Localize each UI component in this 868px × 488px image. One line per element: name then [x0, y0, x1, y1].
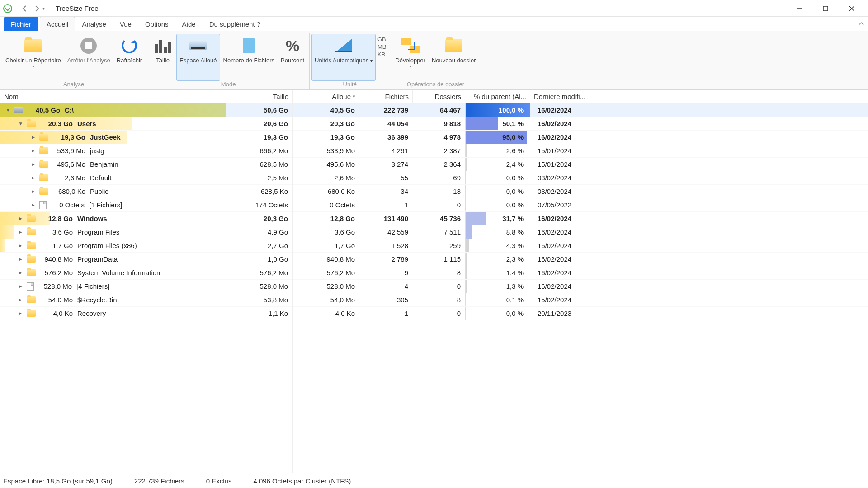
unit-auto-button[interactable]: Unités Automatiques ▾: [311, 34, 376, 81]
row-date: 16/02/2024: [530, 253, 598, 266]
chevron-right-icon[interactable]: ▸: [18, 310, 24, 316]
tree-row[interactable]: ▸576,2 MoSystem Volume Information576,2 …: [0, 266, 868, 280]
menu-tab-analyse[interactable]: Analyse: [75, 17, 113, 31]
header-percent[interactable]: % du parent (Al...: [465, 90, 530, 103]
back-button[interactable]: [19, 3, 31, 14]
row-alloc: 4,0 Ko: [292, 307, 359, 320]
unit-mb[interactable]: MB: [377, 43, 387, 50]
chevron-right-icon[interactable]: ▸: [30, 161, 37, 167]
choose-directory-button[interactable]: Choisir un Répertoire ▾: [2, 34, 64, 81]
tree-row[interactable]: ▸3,6 GoProgram Files4,9 Go3,6 Go42 5597 …: [0, 225, 868, 239]
row-folders: 1 115: [413, 253, 465, 266]
drive-icon: [189, 41, 207, 50]
mode-size-button[interactable]: Taille: [149, 34, 176, 81]
row-files: 1: [359, 307, 413, 320]
folder-icon: [39, 147, 48, 154]
row-files: 131 490: [359, 212, 413, 225]
chevron-right-icon[interactable]: ▸: [30, 148, 37, 154]
tree-row[interactable]: ▸680,0 KoPublic628,5 Ko680,0 Ko34130,0 %…: [0, 185, 868, 198]
maximize-button[interactable]: [812, 0, 839, 17]
menu-tab-aide[interactable]: Aide: [175, 17, 203, 31]
ribbon-collapse-icon[interactable]: [855, 17, 868, 31]
refresh-icon: [122, 38, 137, 53]
chevron-right-icon[interactable]: ▸: [18, 229, 24, 235]
refresh-button[interactable]: Rafraîchir: [113, 34, 145, 81]
tree-grid[interactable]: ▾40,5 GoC:\50,6 Go40,5 Go222 73964 46710…: [0, 103, 868, 320]
row-size-label: 19,3 Go: [51, 133, 85, 141]
unit-gb[interactable]: GB: [377, 36, 387, 42]
mode-allocated-button[interactable]: Espace Alloué: [176, 34, 220, 81]
row-alloc: 0 Octets: [292, 198, 359, 211]
close-button[interactable]: [839, 0, 865, 17]
menu-file[interactable]: Fichier: [4, 17, 38, 31]
chevron-right-icon[interactable]: ▸: [18, 243, 24, 249]
chevron-right-icon[interactable]: ▸: [18, 256, 24, 262]
header-name[interactable]: Nom: [0, 90, 226, 103]
row-folders: 9 818: [413, 117, 465, 130]
menu-tab-options[interactable]: Options: [138, 17, 175, 31]
tree-row[interactable]: ▸0 Octets[1 Fichiers]174 Octets0 Octets1…: [0, 198, 868, 212]
tree-row[interactable]: ▸533,9 Mojustg666,2 Mo533,9 Mo4 2912 387…: [0, 144, 868, 158]
folder-icon: [39, 174, 48, 181]
header-alloc[interactable]: Alloué▾: [292, 90, 359, 103]
row-alloc: 680,0 Ko: [292, 185, 359, 198]
menu-tab-supp[interactable]: Du supplément ?: [203, 17, 267, 31]
row-folders: 64 467: [413, 103, 465, 117]
tree-row[interactable]: ▸940,8 MoProgramData1,0 Go940,8 Mo2 7891…: [0, 253, 868, 266]
header-folders[interactable]: Dossiers: [413, 90, 465, 103]
row-size: 628,5 Mo: [226, 158, 292, 171]
row-percent: 2,4 %: [465, 158, 530, 171]
tree-row[interactable]: ▸495,6 MoBenjamin628,5 Mo495,6 Mo3 2742 …: [0, 158, 868, 171]
chevron-right-icon[interactable]: ▸: [18, 283, 24, 289]
tree-row[interactable]: ▸54,0 Mo$Recycle.Bin53,8 Mo54,0 Mo30580,…: [0, 293, 868, 307]
chevron-right-icon[interactable]: ▸: [30, 134, 37, 140]
status-files: 222 739 Fichiers: [134, 477, 184, 485]
new-folder-button[interactable]: Nouveau dossier: [429, 34, 479, 81]
tree-row[interactable]: ▸528,0 Mo[4 Fichiers]528,0 Mo528,0 Mo401…: [0, 280, 868, 293]
row-percent: 8,8 %: [465, 225, 530, 239]
menu-tab-vue[interactable]: Vue: [113, 17, 138, 31]
folder-icon: [27, 120, 36, 127]
chevron-right-icon[interactable]: ▸: [30, 175, 37, 181]
row-name: Users: [77, 120, 96, 127]
chevron-down-icon[interactable]: ▾: [5, 107, 11, 113]
unit-kb[interactable]: KB: [377, 51, 387, 58]
tree-row[interactable]: ▾20,3 GoUsers20,6 Go20,3 Go44 0549 81850…: [0, 117, 868, 131]
chevron-right-icon[interactable]: ▸: [30, 188, 37, 194]
stop-analysis-button[interactable]: Arrêter l'Analyse: [64, 34, 113, 81]
minimize-button[interactable]: [786, 0, 812, 17]
tree-row[interactable]: ▾40,5 GoC:\50,6 Go40,5 Go222 73964 46710…: [0, 103, 868, 117]
menu-tab-accueil[interactable]: Accueil: [40, 17, 75, 31]
row-size-label: 576,2 Mo: [38, 269, 73, 277]
row-files: 4: [359, 280, 413, 293]
chevron-right-icon[interactable]: ▸: [30, 202, 37, 208]
ribbon-group-mode: Taille Espace Alloué Nombre de Fichiers …: [147, 33, 310, 89]
header-date[interactable]: Dernière modifi...: [530, 90, 598, 103]
forward-button[interactable]: [31, 3, 42, 14]
expand-icon: [401, 38, 420, 53]
header-files[interactable]: Fichiers: [359, 90, 413, 103]
row-size: 174 Octets: [226, 198, 292, 211]
history-dropdown[interactable]: ▾: [42, 6, 49, 11]
mode-filecount-button[interactable]: Nombre de Fichiers: [220, 34, 278, 81]
folder-icon: [27, 296, 36, 303]
chevron-right-icon[interactable]: ▸: [18, 297, 24, 303]
row-size: 666,2 Mo: [226, 144, 292, 157]
row-size: 576,2 Mo: [226, 266, 292, 279]
chevron-right-icon[interactable]: ▸: [18, 270, 24, 276]
tree-row[interactable]: ▸2,6 MoDefault2,5 Mo2,6 Mo55690,0 %03/02…: [0, 171, 868, 185]
expand-button[interactable]: Développer ▾: [392, 34, 429, 81]
tree-row[interactable]: ▸19,3 GoJustGeek19,3 Go19,3 Go36 3994 97…: [0, 131, 868, 144]
chevron-down-icon[interactable]: ▾: [18, 121, 24, 127]
row-name: System Volume Information: [77, 269, 160, 277]
row-name: Recovery: [77, 310, 106, 317]
mode-percent-button[interactable]: % Pourcent: [278, 34, 307, 81]
header-size[interactable]: Taille: [226, 90, 292, 103]
chevron-right-icon[interactable]: ▸: [18, 216, 24, 221]
tree-row[interactable]: ▸12,8 GoWindows20,3 Go12,8 Go131 49045 7…: [0, 212, 868, 225]
row-folders: 0: [413, 307, 465, 320]
row-alloc: 12,8 Go: [292, 212, 359, 225]
tree-row[interactable]: ▸4,0 KoRecovery1,1 Ko4,0 Ko100,0 %20/11/…: [0, 307, 868, 320]
tree-row[interactable]: ▸1,7 GoProgram Files (x86)2,7 Go1,7 Go1 …: [0, 239, 868, 253]
row-name: [1 Fichiers]: [89, 201, 122, 209]
